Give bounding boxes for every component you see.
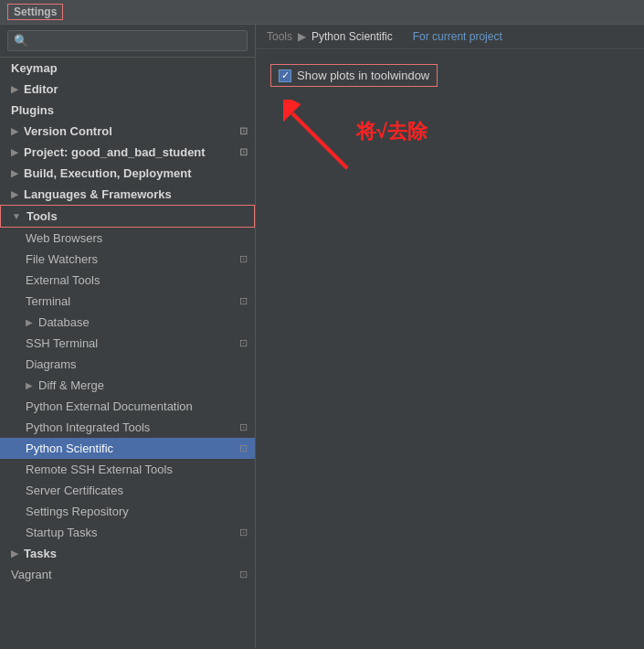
content-body: ✓ Show plots in toolwindow 将√去除 xyxy=(256,49,644,648)
expand-icon-database: ▶ xyxy=(26,317,33,327)
startup-tasks-label: Startup Tasks xyxy=(26,526,98,539)
ssh-terminal-label: SSH Terminal xyxy=(26,336,98,350)
vc-icon-right: ⊡ xyxy=(239,125,248,137)
project-icon-right: ⊡ xyxy=(239,146,248,158)
python-scientific-icon-right: ⊡ xyxy=(239,442,248,454)
sidebar-item-python-scientific[interactable]: Python Scientific ⊡ xyxy=(0,438,255,459)
svg-line-1 xyxy=(292,113,347,168)
expand-icon-build: ▶ xyxy=(11,168,18,178)
breadcrumb-current: Python Scientific xyxy=(311,30,393,43)
search-input[interactable] xyxy=(7,30,248,51)
terminal-icon-right: ⊡ xyxy=(239,295,248,307)
sidebar-item-database[interactable]: ▶ Database xyxy=(0,312,255,333)
expand-icon-project: ▶ xyxy=(11,147,18,157)
expand-icon-tools: ▼ xyxy=(12,211,21,221)
server-certificates-label: Server Certificates xyxy=(26,484,123,497)
build-label: Build, Execution, Deployment xyxy=(24,166,191,180)
sidebar-item-tasks[interactable]: ▶ Tasks xyxy=(0,543,255,564)
red-arrow-icon xyxy=(283,100,356,173)
startup-tasks-icon-right: ⊡ xyxy=(239,527,248,538)
annotation-text: 将√去除 xyxy=(356,118,428,145)
sidebar-item-web-browsers[interactable]: Web Browsers xyxy=(0,228,255,249)
show-plots-checkbox-row[interactable]: ✓ Show plots in toolwindow xyxy=(270,64,438,87)
sidebar-item-server-certificates[interactable]: Server Certificates xyxy=(0,480,255,501)
sidebar: Keymap ▶ Editor Plugins ▶ Version Contro… xyxy=(0,25,256,648)
sidebar-item-remote-ssh[interactable]: Remote SSH External Tools xyxy=(0,459,255,480)
keymap-label: Keymap xyxy=(11,61,58,75)
sidebar-item-settings-repository[interactable]: Settings Repository xyxy=(0,501,255,522)
sidebar-item-vagrant[interactable]: Vagrant ⊡ xyxy=(0,564,255,585)
ssh-terminal-icon-right: ⊡ xyxy=(239,337,248,349)
diff-merge-label: Diff & Merge xyxy=(38,378,104,392)
sidebar-item-file-watchers[interactable]: File Watchers ⊡ xyxy=(0,249,255,270)
languages-label: Languages & Frameworks xyxy=(24,187,172,201)
tools-label: Tools xyxy=(26,209,58,223)
version-control-label: Version Control xyxy=(24,124,112,138)
checkbox-label: Show plots in toolwindow xyxy=(297,69,429,82)
checkbox-checked-icon[interactable]: ✓ xyxy=(279,69,291,82)
file-watchers-icon-right: ⊡ xyxy=(239,253,248,265)
sidebar-item-editor[interactable]: ▶ Editor xyxy=(0,79,255,100)
sidebar-item-diff-merge[interactable]: ▶ Diff & Merge xyxy=(0,375,255,396)
sidebar-item-tools[interactable]: ▼ Tools xyxy=(0,205,255,228)
sidebar-item-python-integrated-tools[interactable]: Python Integrated Tools ⊡ xyxy=(0,417,255,438)
database-label: Database xyxy=(38,315,90,329)
sidebar-item-keymap[interactable]: Keymap xyxy=(0,58,255,79)
editor-label: Editor xyxy=(24,82,58,96)
python-external-doc-label: Python External Documentation xyxy=(26,399,193,413)
sidebar-item-project[interactable]: ▶ Project: good_and_bad_student ⊡ xyxy=(0,142,255,163)
settings-title: Settings xyxy=(7,4,63,20)
vagrant-icon-right: ⊡ xyxy=(239,569,248,580)
sidebar-item-diagrams[interactable]: Diagrams xyxy=(0,354,255,375)
search-bar xyxy=(0,25,255,58)
sidebar-item-startup-tasks[interactable]: Startup Tasks ⊡ xyxy=(0,522,255,543)
sidebar-item-ssh-terminal[interactable]: SSH Terminal ⊡ xyxy=(0,333,255,354)
breadcrumb-parent: Tools xyxy=(267,30,292,43)
file-watchers-label: File Watchers xyxy=(26,252,98,266)
sidebar-item-build[interactable]: ▶ Build, Execution, Deployment xyxy=(0,163,255,184)
title-bar: Settings xyxy=(0,0,644,25)
diagrams-label: Diagrams xyxy=(26,357,77,371)
sidebar-item-languages[interactable]: ▶ Languages & Frameworks xyxy=(0,184,255,205)
content-area: Tools ▶ Python Scientific For current pr… xyxy=(256,25,644,648)
main-container: Keymap ▶ Editor Plugins ▶ Version Contro… xyxy=(0,25,644,648)
web-browsers-label: Web Browsers xyxy=(26,231,102,245)
project-label: Project: good_and_bad_student xyxy=(24,145,206,159)
terminal-label: Terminal xyxy=(26,294,70,308)
breadcrumb: Tools ▶ Python Scientific For current pr… xyxy=(256,25,644,49)
sidebar-item-python-external-doc[interactable]: Python External Documentation xyxy=(0,396,255,417)
sidebar-item-external-tools[interactable]: External Tools xyxy=(0,270,255,291)
sidebar-item-version-control[interactable]: ▶ Version Control ⊡ xyxy=(0,121,255,142)
python-integrated-tools-label: Python Integrated Tools xyxy=(26,420,150,434)
breadcrumb-arrow: ▶ xyxy=(298,30,306,43)
remote-ssh-label: Remote SSH External Tools xyxy=(26,463,173,476)
expand-icon-vc: ▶ xyxy=(11,126,18,136)
expand-icon-diff: ▶ xyxy=(26,380,33,390)
plugins-label: Plugins xyxy=(11,103,54,117)
expand-icon-tasks: ▶ xyxy=(11,548,18,559)
external-tools-label: External Tools xyxy=(26,273,100,287)
annotation-container xyxy=(283,100,356,176)
sidebar-item-terminal[interactable]: Terminal ⊡ xyxy=(0,291,255,312)
python-scientific-label: Python Scientific xyxy=(26,442,113,455)
python-integrated-tools-icon-right: ⊡ xyxy=(239,421,248,433)
settings-repository-label: Settings Repository xyxy=(26,505,129,518)
breadcrumb-for-project: For current project xyxy=(413,30,502,43)
expand-icon-editor: ▶ xyxy=(11,84,18,94)
expand-icon-languages: ▶ xyxy=(11,189,18,199)
sidebar-item-plugins[interactable]: Plugins xyxy=(0,100,255,121)
vagrant-label: Vagrant xyxy=(11,568,52,581)
tasks-label: Tasks xyxy=(24,547,57,560)
